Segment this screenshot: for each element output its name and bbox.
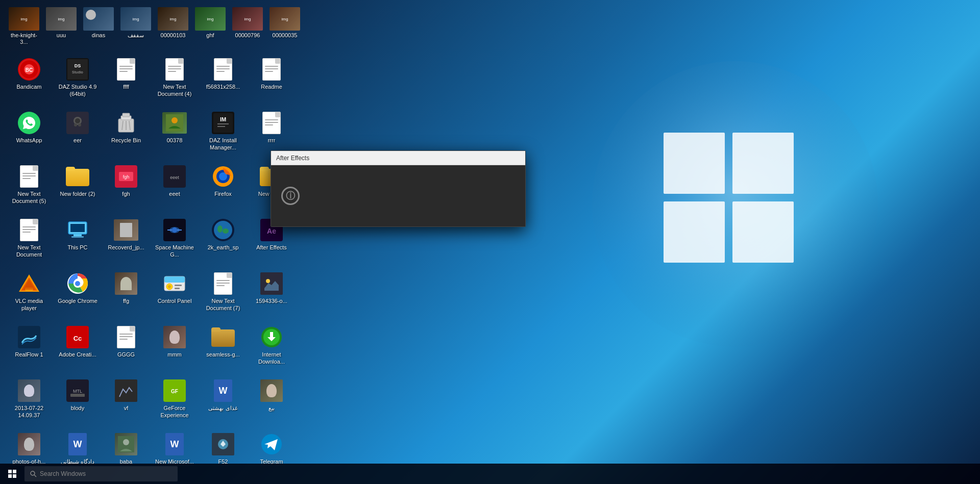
svg-rect-25 bbox=[217, 123, 229, 124]
desktop-icon-00000796[interactable]: img 00000796 bbox=[230, 5, 265, 47]
svg-text:MTL: MTL bbox=[73, 389, 82, 394]
svg-text:BC: BC bbox=[26, 67, 33, 73]
desktop-icon-geforce[interactable]: GF GeForce Experience bbox=[152, 375, 197, 426]
desktop-icon-new-text-5[interactable]: New Text Document (5) bbox=[7, 161, 52, 212]
desktop-icon-daz-install[interactable]: IM DAZ Install Manager... bbox=[201, 108, 246, 159]
svg-point-45 bbox=[223, 228, 229, 234]
svg-point-22 bbox=[172, 117, 178, 123]
desktop-icon-the-knight[interactable]: img the-knight-3... bbox=[7, 5, 41, 47]
desktop-icon-00378[interactable]: 00378 bbox=[152, 108, 197, 159]
svg-rect-26 bbox=[217, 126, 225, 127]
desktop-icon-ffff[interactable]: ffff bbox=[104, 54, 149, 105]
desktop-icon-ghf[interactable]: img ghf bbox=[193, 5, 228, 47]
desktop-icon-mmm[interactable]: mmm bbox=[152, 322, 197, 373]
desktop-icons-container: img the-knight-3... img uuu dinas img سف… bbox=[0, 0, 306, 484]
svg-point-58 bbox=[168, 285, 171, 288]
svg-rect-59 bbox=[175, 285, 182, 286]
desktop-icon-bie[interactable]: بیع bbox=[249, 375, 294, 426]
desktop-icon-ffg[interactable]: ffg bbox=[104, 268, 149, 319]
svg-rect-71 bbox=[117, 381, 135, 400]
desktop-icon-eer[interactable]: eer bbox=[55, 108, 100, 159]
desktop-icon-sffff[interactable]: img سففف bbox=[118, 5, 153, 47]
desktop-icon-blody[interactable]: MTL blody bbox=[55, 375, 100, 426]
search-placeholder: Search Windows bbox=[40, 470, 86, 477]
after-effects-window: After Effects ⓘ bbox=[271, 150, 526, 227]
desktop-icon-2k-earth[interactable]: 2k_earth_sp bbox=[201, 215, 246, 266]
svg-text:Ae: Ae bbox=[267, 227, 276, 235]
desktop-icon-new-text-7[interactable]: New Text Document (7) bbox=[201, 268, 246, 319]
desktop-icon-uuu[interactable]: img uuu bbox=[44, 5, 79, 47]
svg-rect-60 bbox=[175, 288, 180, 289]
desktop-icon-fgh[interactable]: fgh fgh bbox=[104, 161, 149, 212]
svg-point-62 bbox=[266, 279, 270, 283]
svg-text:IM: IM bbox=[220, 116, 226, 122]
desktop-icon-1594336[interactable]: 1594336-o... bbox=[249, 268, 294, 319]
svg-rect-39 bbox=[71, 236, 84, 238]
desktop-icon-vf[interactable]: vf bbox=[104, 375, 149, 426]
svg-point-14 bbox=[78, 123, 81, 126]
desktop-icon-new-folder-2[interactable]: New folder (2) bbox=[55, 161, 100, 212]
desktop-icon-recycle-bin[interactable]: Recycle Bin bbox=[104, 108, 149, 159]
ae-window-title: After Effects bbox=[276, 155, 520, 162]
desktop-icon-daz-studio[interactable]: DSStudio DAZ Studio 4.9 (64bit) bbox=[55, 54, 100, 105]
desktop-icon-gggg[interactable]: GGGG bbox=[104, 322, 149, 373]
desktop-icon-2013-07-22[interactable]: 2013-07-22 14.09.37 bbox=[7, 375, 52, 426]
svg-rect-1 bbox=[664, 133, 725, 194]
desktop-icon-internet-download[interactable]: Internet Downloa... bbox=[249, 322, 294, 373]
svg-text:fgh: fgh bbox=[123, 174, 130, 180]
taskbar: Search Windows bbox=[0, 464, 980, 484]
svg-point-13 bbox=[74, 123, 77, 126]
icon-grid: BC Bandicam DSStudio DAZ Studio 4.9 (64b… bbox=[3, 50, 304, 484]
ae-window-body: ⓘ bbox=[271, 165, 525, 226]
svg-point-87 bbox=[31, 471, 35, 475]
desktop-icon-chrome[interactable]: Google Chrome bbox=[55, 268, 100, 319]
svg-text:Cc: Cc bbox=[74, 335, 82, 342]
svg-rect-8 bbox=[67, 59, 88, 80]
svg-text:DS: DS bbox=[75, 63, 81, 68]
desktop-icon-new-text-doc[interactable]: New Text Document bbox=[7, 215, 52, 266]
svg-text:eeet: eeet bbox=[170, 175, 179, 180]
desktop-icon-bandicam[interactable]: BC Bandicam bbox=[7, 54, 52, 105]
desktop-icon-dinas[interactable]: dinas bbox=[81, 5, 116, 47]
svg-rect-2 bbox=[732, 133, 794, 194]
desktop-icon-00000035[interactable]: img 00000035 bbox=[267, 5, 302, 47]
start-button[interactable] bbox=[0, 464, 24, 484]
svg-point-42 bbox=[172, 227, 177, 233]
desktop-icon-control-panel[interactable]: Control Panel bbox=[152, 268, 197, 319]
desktop-icon-food-beheshti[interactable]: W غذای بهشتی bbox=[201, 375, 246, 426]
desktop-icon-firefox[interactable]: Firefox bbox=[201, 161, 246, 212]
svg-point-75 bbox=[123, 439, 129, 445]
svg-point-44 bbox=[217, 225, 223, 233]
svg-text:Studio: Studio bbox=[72, 70, 83, 74]
windows-logo bbox=[582, 51, 888, 408]
desktop-icon-recoverd-jp[interactable]: Recoverd_jp... bbox=[104, 215, 149, 266]
svg-rect-83 bbox=[8, 470, 12, 473]
svg-line-88 bbox=[34, 475, 36, 477]
desktop-icon-new-text-4[interactable]: New Text Document (4) bbox=[152, 54, 197, 105]
desktop-icon-this-pc[interactable]: This PC bbox=[55, 215, 100, 266]
desktop-icon-eeet[interactable]: eeet eeet bbox=[152, 161, 197, 212]
svg-rect-37 bbox=[70, 224, 85, 232]
desktop-icon-f56831[interactable]: f56831x258... bbox=[201, 54, 246, 105]
svg-rect-86 bbox=[13, 474, 16, 478]
desktop-icon-readme[interactable]: Readme bbox=[249, 54, 294, 105]
desktop-icon-seamless-g[interactable]: seamless-g... bbox=[201, 322, 246, 373]
desktop-icon-realflow[interactable]: RealFlow 1 bbox=[7, 322, 52, 373]
desktop-icon-vlc[interactable]: VLC media player bbox=[7, 268, 52, 319]
taskbar-search[interactable]: Search Windows bbox=[24, 466, 178, 481]
desktop-icon-whatsapp[interactable]: WhatsApp bbox=[7, 108, 52, 159]
desktop-icon-space-machine[interactable]: Space Machine G... bbox=[152, 215, 197, 266]
desktop-icon-00000103[interactable]: img 00000103 bbox=[156, 5, 190, 47]
svg-text:GF: GF bbox=[171, 389, 178, 394]
svg-rect-56 bbox=[164, 276, 185, 283]
svg-point-12 bbox=[75, 118, 80, 123]
ae-titlebar[interactable]: After Effects bbox=[271, 151, 525, 165]
ae-info-icon: ⓘ bbox=[281, 187, 300, 205]
svg-rect-85 bbox=[8, 474, 12, 478]
svg-rect-17 bbox=[122, 113, 130, 117]
svg-point-54 bbox=[75, 281, 80, 286]
svg-rect-3 bbox=[664, 201, 725, 263]
svg-rect-4 bbox=[732, 201, 794, 263]
desktop-icon-adobe-creative[interactable]: Cc Adobe Creati... bbox=[55, 322, 100, 373]
svg-rect-84 bbox=[13, 470, 16, 473]
